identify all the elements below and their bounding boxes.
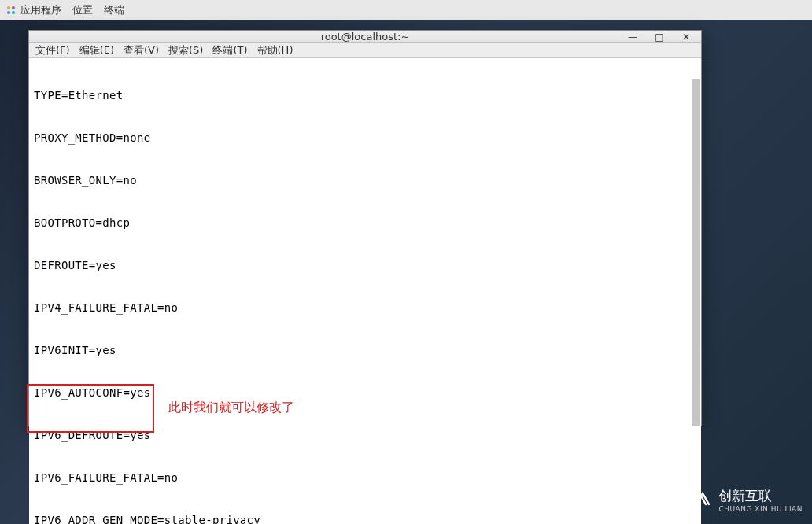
menu-search[interactable]: 搜索(S) — [168, 43, 203, 57]
maximize-button[interactable]: □ — [649, 28, 670, 46]
file-line: IPV6_ADDR_GEN_MODE=stable-privacy — [34, 513, 696, 524]
menu-edit[interactable]: 编辑(E) — [79, 43, 114, 57]
file-line: PROXY_METHOD=none — [34, 131, 696, 145]
watermark-logo-icon — [688, 489, 712, 512]
menu-view[interactable]: 查看(V) — [124, 43, 159, 57]
close-button[interactable]: ✕ — [676, 28, 696, 46]
file-line: TYPE=Ethernet — [34, 88, 696, 102]
watermark-sub: CHUANG XIN HU LIAN — [718, 505, 803, 513]
terminal-window: root@localhost:~ — □ ✕ 文件(F) 编辑(E) 查看(V)… — [28, 30, 702, 426]
desktop-top-panel: 应用程序 位置 终端 — [0, 0, 812, 20]
window-controls: — □ ✕ — [622, 31, 696, 42]
svg-point-2 — [7, 11, 10, 14]
terminal-scrollbar[interactable] — [692, 79, 700, 426]
panel-places[interactable]: 位置 — [72, 3, 93, 17]
file-line: IPV6_AUTOCONF=yes — [34, 386, 696, 400]
minimize-button[interactable]: — — [622, 28, 643, 46]
watermark-name: 创新互联 — [718, 487, 803, 505]
file-line: IPV6INIT=yes — [34, 343, 696, 357]
terminal-menubar: 文件(F) 编辑(E) 查看(V) 搜索(S) 终端(T) 帮助(H) — [29, 43, 701, 58]
panel-apps-label: 应用程序 — [20, 3, 61, 17]
file-line: BROWSER_ONLY=no — [34, 173, 696, 187]
scrollbar-thumb[interactable] — [692, 79, 700, 426]
apps-icon — [5, 4, 17, 17]
file-line: IPV6_FAILURE_FATAL=no — [34, 470, 696, 485]
panel-apps[interactable]: 应用程序 — [5, 3, 61, 17]
svg-point-0 — [7, 6, 10, 9]
window-titlebar[interactable]: root@localhost:~ — □ ✕ — [29, 31, 701, 43]
window-title: root@localhost:~ — [321, 31, 410, 42]
file-line: IPV6_DEFROUTE=yes — [34, 428, 696, 442]
svg-point-1 — [12, 6, 15, 9]
file-line: BOOTPROTO=dhcp — [34, 216, 696, 230]
menu-file[interactable]: 文件(F) — [35, 43, 70, 57]
annotation-text: 此时我们就可以修改了 — [168, 400, 294, 416]
watermark: 创新互联 CHUANG XIN HU LIAN — [688, 487, 803, 513]
file-line: IPV4_FAILURE_FATAL=no — [34, 301, 696, 315]
file-line: DEFROUTE=yes — [34, 258, 696, 272]
panel-terminal[interactable]: 终端 — [104, 3, 124, 17]
svg-point-3 — [12, 11, 15, 14]
menu-terminal[interactable]: 终端(T) — [212, 43, 247, 57]
menu-help[interactable]: 帮助(H) — [257, 43, 293, 57]
terminal-content[interactable]: TYPE=Ethernet PROXY_METHOD=none BROWSER_… — [29, 58, 701, 524]
